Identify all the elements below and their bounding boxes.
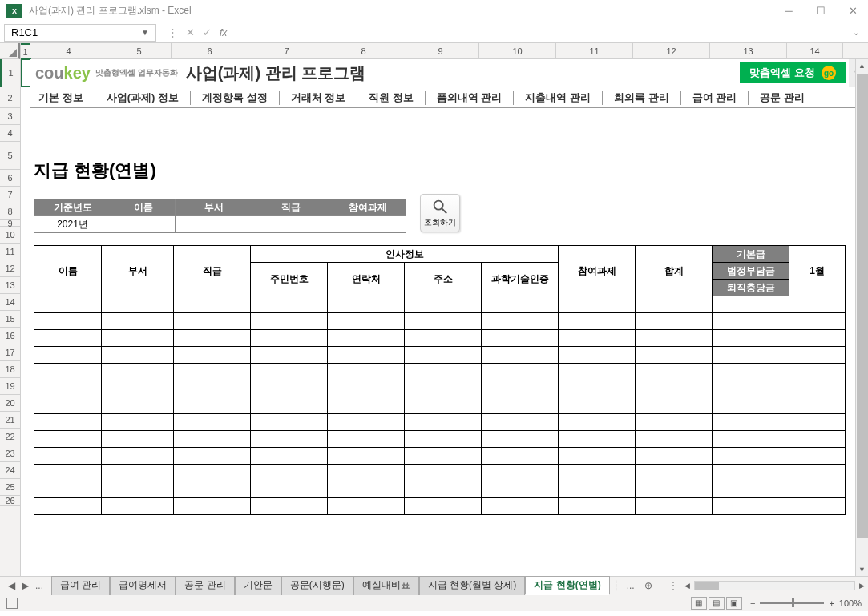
table-cell[interactable] [174, 364, 251, 380]
table-cell[interactable] [789, 414, 846, 431]
zoom-level[interactable]: 100% [839, 598, 862, 608]
table-cell[interactable] [713, 380, 789, 397]
table-cell[interactable] [251, 448, 328, 465]
tab-more-icon[interactable]: ... [35, 580, 43, 591]
sheet-tab[interactable]: 공문(시행문) [281, 576, 353, 595]
sheet-tab[interactable]: 공문 관리 [176, 576, 234, 595]
table-row[interactable] [34, 364, 846, 380]
table-cell[interactable] [713, 397, 789, 414]
row-header[interactable]: 2 [0, 87, 20, 108]
table-cell[interactable] [482, 448, 559, 465]
table-cell[interactable] [482, 431, 559, 448]
table-cell[interactable] [482, 313, 559, 330]
table-cell[interactable] [34, 431, 102, 448]
cancel-icon[interactable]: ✕ [186, 26, 195, 38]
vertical-scrollbar[interactable]: ▲ ▼ [855, 59, 868, 576]
table-row[interactable] [34, 347, 846, 364]
zoom-out-button[interactable]: − [750, 598, 755, 608]
table-cell[interactable] [102, 380, 174, 397]
sheet-tab[interactable]: 급여명세서 [110, 576, 176, 595]
table-cell[interactable] [102, 347, 174, 364]
table-cell[interactable] [328, 364, 405, 380]
row-header[interactable]: 19 [0, 378, 20, 395]
table-cell[interactable] [559, 448, 636, 465]
table-row[interactable] [34, 397, 846, 414]
dots-icon[interactable]: ⋮ [168, 26, 178, 38]
table-cell[interactable] [34, 380, 102, 397]
table-cell[interactable] [789, 313, 846, 330]
table-cell[interactable] [328, 296, 405, 313]
column-header[interactable]: 10 [479, 43, 556, 58]
table-cell[interactable] [789, 498, 846, 515]
table-cell[interactable] [482, 414, 559, 431]
row-header[interactable]: 15 [0, 311, 20, 328]
table-cell[interactable] [405, 330, 482, 347]
table-cell[interactable] [482, 347, 559, 364]
table-cell[interactable] [636, 313, 713, 330]
table-cell[interactable] [328, 465, 405, 481]
table-cell[interactable] [789, 330, 846, 347]
sheet-tab[interactable]: 지급 현황(연별) [525, 576, 609, 595]
column-header[interactable]: 8 [325, 43, 402, 58]
table-cell[interactable] [328, 448, 405, 465]
row-header[interactable]: 17 [0, 344, 20, 361]
filter-cell[interactable] [252, 216, 329, 233]
table-cell[interactable] [636, 380, 713, 397]
table-cell[interactable] [102, 465, 174, 481]
table-cell[interactable] [482, 364, 559, 380]
sheet-tab[interactable]: 예실대비표 [353, 576, 419, 595]
table-cell[interactable] [174, 414, 251, 431]
table-cell[interactable] [174, 330, 251, 347]
table-cell[interactable] [405, 481, 482, 498]
table-cell[interactable] [102, 296, 174, 313]
table-cell[interactable] [713, 313, 789, 330]
row-header[interactable]: 6 [0, 170, 20, 187]
column-header[interactable]: 5 [107, 43, 172, 58]
table-cell[interactable] [636, 296, 713, 313]
table-cell[interactable] [251, 313, 328, 330]
nav-item[interactable]: 급여 관리 [680, 91, 749, 105]
column-header[interactable]: 6 [172, 43, 248, 58]
tab-next-icon[interactable]: ▶ [22, 580, 29, 591]
search-button[interactable]: 조회하기 [420, 194, 460, 232]
table-cell[interactable] [34, 498, 102, 515]
table-cell[interactable] [559, 364, 636, 380]
row-header[interactable]: 11 [0, 244, 20, 260]
table-cell[interactable] [713, 481, 789, 498]
table-cell[interactable] [559, 380, 636, 397]
maximize-button[interactable]: ☐ [812, 5, 830, 17]
table-row[interactable] [34, 330, 846, 347]
row-header[interactable]: 3 [0, 108, 20, 125]
tab-prev-icon[interactable]: ◀ [8, 580, 15, 591]
table-cell[interactable] [328, 414, 405, 431]
table-cell[interactable] [482, 465, 559, 481]
column-header[interactable]: 4 [30, 43, 107, 58]
tab-more-right[interactable]: ... [622, 580, 640, 591]
table-cell[interactable] [713, 431, 789, 448]
column-header[interactable]: 13 [710, 43, 787, 58]
table-cell[interactable] [405, 414, 482, 431]
table-cell[interactable] [34, 465, 102, 481]
row-header[interactable]: 16 [0, 328, 20, 344]
table-cell[interactable] [328, 431, 405, 448]
horizontal-scrollbar[interactable]: ⋮ ◀ ▶ [665, 579, 868, 592]
filter-cell[interactable] [111, 216, 176, 233]
table-cell[interactable] [405, 296, 482, 313]
view-layout-icon[interactable]: ▤ [709, 597, 725, 610]
row-header[interactable]: 20 [0, 395, 20, 412]
table-cell[interactable] [789, 397, 846, 414]
table-cell[interactable] [559, 296, 636, 313]
minimize-button[interactable]: ─ [780, 5, 797, 17]
table-row[interactable] [34, 380, 846, 397]
row-header[interactable]: 26 [0, 496, 20, 506]
nav-item[interactable]: 직원 정보 [357, 91, 425, 105]
table-cell[interactable] [405, 380, 482, 397]
table-cell[interactable] [251, 397, 328, 414]
table-cell[interactable] [482, 330, 559, 347]
column-header[interactable]: 7 [248, 43, 325, 58]
table-cell[interactable] [328, 397, 405, 414]
table-cell[interactable] [34, 481, 102, 498]
scroll-right-icon[interactable]: ▶ [855, 582, 868, 590]
row-header[interactable]: 7 [0, 187, 20, 203]
table-cell[interactable] [713, 296, 789, 313]
